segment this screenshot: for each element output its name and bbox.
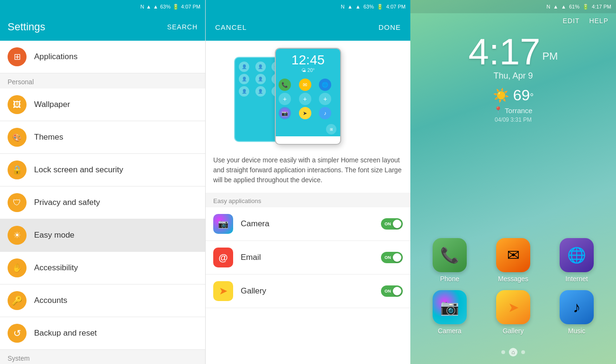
settings-item-lock-screen[interactable]: 🔒 Lock screen and security: [0, 154, 205, 186]
nfc-icon: N: [140, 4, 144, 9]
home-app-camera[interactable]: 📷 Camera: [422, 290, 478, 335]
preview-time: 12:45: [279, 53, 337, 68]
email-toggle[interactable]: ON: [381, 252, 403, 263]
location-text: Torrance: [505, 107, 532, 115]
help-button[interactable]: HELP: [589, 17, 608, 25]
done-button[interactable]: DONE: [379, 23, 401, 31]
camera-label: Camera: [241, 219, 381, 229]
wallpaper-icon: 🖼: [8, 95, 27, 114]
back-icon-5: 👤: [255, 74, 266, 84]
internet-icon: 🌐: [560, 238, 594, 272]
weather-last-update: 04/09 3:31 PM: [495, 116, 532, 123]
cancel-button[interactable]: CANCEL: [215, 23, 247, 31]
nfc-icon-2: N: [341, 4, 344, 9]
status-bar-1: N ▲ ▲ 63% 🔋 4:07 PM: [0, 0, 205, 13]
prev-icon-grid-btn: ⊞: [326, 124, 336, 134]
privacy-icon: 🛡: [8, 193, 27, 212]
home-screen-dots: ⌂: [410, 342, 616, 364]
back-icon-4: 👤: [239, 74, 249, 84]
battery-icon-2: 🔋: [377, 4, 383, 10]
accounts-icon: 🔑: [8, 291, 27, 310]
easy-mode-label: Easy mode: [34, 231, 74, 240]
search-button[interactable]: SEARCH: [167, 23, 198, 31]
phone-icon: 📞: [433, 238, 467, 272]
messages-icon: ✉: [496, 238, 530, 272]
settings-item-wallpaper[interactable]: 🖼 Wallpaper: [0, 89, 205, 121]
dot-right: [521, 350, 525, 354]
prev-icon-gal: ➤: [299, 107, 311, 119]
location-icon: 📍: [494, 106, 503, 115]
phone-label: Phone: [440, 275, 459, 283]
gallery-icon: ➤: [213, 281, 233, 301]
preview-icon-grid: 📞 ✉ 🌐 + + + 📷 ➤ ♪: [276, 76, 340, 122]
easy-apps-label: Easy applications: [206, 193, 410, 207]
camera-toggle-thumb: [393, 220, 401, 228]
camera-toggle-on-label: ON: [385, 222, 391, 226]
time-2: 4:07 PM: [386, 4, 406, 9]
easy-mode-content: 👤 👤 👥 👤 👤 ☁ 👤 👤 👤 12:45 🌤 20°: [206, 41, 410, 364]
privacy-label: Privacy and safety: [34, 198, 100, 207]
messages-label: Messages: [498, 275, 528, 283]
themes-icon: 🎨: [8, 128, 27, 147]
app-item-email: @ Email ON: [206, 241, 410, 275]
home-app-gallery[interactable]: ➤ Gallery: [485, 290, 541, 335]
weather-temp: 69°: [513, 87, 534, 104]
prev-icon-plus2: +: [299, 93, 311, 105]
back-icon-8: 👤: [255, 86, 266, 97]
status-icons-1: N ▲ ▲ 63% 🔋 4:07 PM: [140, 4, 200, 10]
home-clock-ampm: PM: [542, 50, 558, 62]
dot-home[interactable]: ⌂: [509, 348, 517, 356]
preview-screen-top: 12:45 🌤 20°: [276, 49, 340, 76]
dot-left: [501, 350, 505, 354]
settings-item-privacy[interactable]: 🛡 Privacy and safety: [0, 186, 205, 219]
prev-icon-msg: ✉: [299, 79, 311, 91]
gallery-toggle-on-label: ON: [385, 289, 391, 293]
music-label: Music: [568, 327, 586, 335]
camera-icon-symbol: 📷: [218, 219, 228, 229]
settings-item-themes[interactable]: 🎨 Themes: [0, 121, 205, 154]
prev-icon-music: ♪: [319, 107, 331, 119]
home-top-bar: EDIT HELP: [410, 13, 616, 28]
time-3: 4:17 PM: [592, 4, 611, 9]
settings-item-applications[interactable]: ⊞ Applications: [0, 41, 205, 73]
home-app-grid: 📞 Phone ✉ Messages 🌐 Internet 📷 Camera ➤…: [410, 224, 616, 342]
settings-item-easy-mode[interactable]: ☀ Easy mode: [0, 219, 205, 252]
signal-icon: ▲: [153, 4, 158, 9]
prev-icon-plus1: +: [279, 93, 291, 105]
settings-item-backup[interactable]: ↺ Backup and reset: [0, 317, 205, 350]
settings-item-accessibility[interactable]: ✋ Accessibility: [0, 252, 205, 284]
prev-icon-plus3: +: [319, 93, 331, 105]
gallery-toggle-thumb: [393, 287, 401, 295]
prev-icon-cam: 📷: [279, 107, 291, 119]
back-icon-7: 👤: [239, 86, 249, 97]
front-phone-preview: 12:45 🌤 20° 📞 ✉ 🌐 + + + 📷 ➤ ♪ ⊞: [275, 48, 341, 145]
battery-text-3: 61%: [569, 4, 580, 9]
app-item-gallery: ➤ Gallery ON: [206, 275, 410, 308]
edit-button[interactable]: EDIT: [563, 17, 580, 25]
settings-title: Settings: [8, 21, 45, 33]
battery-icon-3: 🔋: [582, 4, 589, 10]
settings-item-accounts[interactable]: 🔑 Accounts: [0, 284, 205, 317]
status-bar-3: N ▲ ▲ 61% 🔋 4:17 PM: [410, 0, 616, 13]
accessibility-label: Accessibility: [34, 263, 78, 273]
home-app-music[interactable]: ♪ Music: [549, 290, 605, 335]
home-clock-time: 4:17: [469, 33, 541, 70]
settings-panel: N ▲ ▲ 63% 🔋 4:07 PM Settings SEARCH ⊞ Ap…: [0, 0, 205, 364]
wallpaper-label: Wallpaper: [34, 100, 70, 109]
gallery-toggle[interactable]: ON: [381, 285, 403, 297]
email-label: Email: [241, 253, 381, 262]
nfc-icon-3: N: [546, 4, 550, 9]
lock-screen-icon: 🔒: [8, 160, 27, 179]
weather-location: 📍 Torrance: [494, 106, 532, 115]
preview-wrapper: 👤 👤 👥 👤 👤 ☁ 👤 👤 👤 12:45 🌤 20°: [206, 41, 410, 150]
home-app-internet[interactable]: 🌐 Internet: [549, 238, 605, 283]
camera-toggle[interactable]: ON: [381, 218, 403, 230]
status-bar-2: N ▲ ▲ 63% 🔋 4:07 PM: [206, 0, 410, 13]
backup-icon: ↺: [8, 324, 27, 343]
battery-text-2: 63%: [363, 4, 374, 9]
accounts-label: Accounts: [34, 296, 67, 305]
home-screen-panel: N ▲ ▲ 61% 🔋 4:17 PM EDIT HELP 4:17 PM Th…: [410, 0, 616, 364]
home-app-phone[interactable]: 📞 Phone: [422, 238, 478, 283]
battery-icon-1: 🔋: [172, 4, 179, 10]
home-app-messages[interactable]: ✉ Messages: [485, 238, 541, 283]
